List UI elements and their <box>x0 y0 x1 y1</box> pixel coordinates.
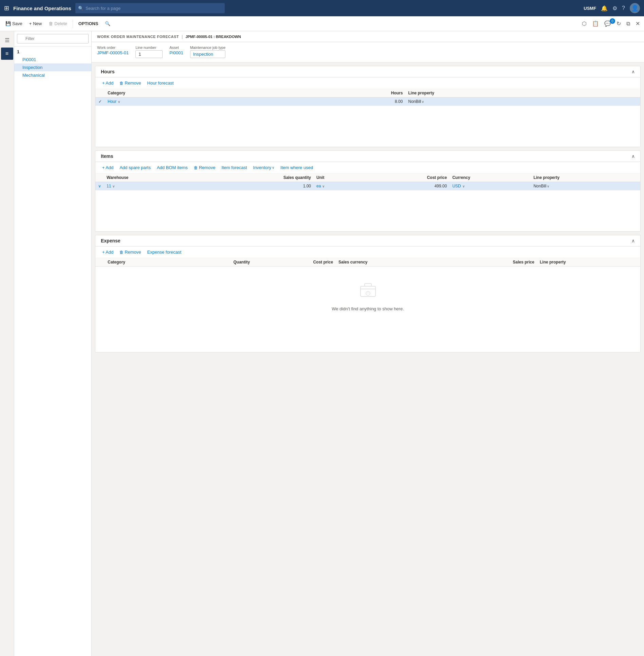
hours-remove-button[interactable]: 🗑 Remove <box>117 79 144 87</box>
lineprop-select[interactable]: NonBill ∨ <box>408 99 424 104</box>
tree-item-inspection[interactable]: Inspection <box>14 63 91 71</box>
hours-toolbar: + Add 🗑 Remove Hour forecast <box>95 77 640 89</box>
category-select[interactable]: Hour ∨ <box>108 99 120 104</box>
hours-empty-area <box>95 106 640 147</box>
search-input[interactable] <box>75 3 225 13</box>
expense-add-button[interactable]: + Add <box>99 249 116 256</box>
currency-select[interactable]: USD ∨ <box>452 184 464 188</box>
add-spare-parts-button[interactable]: Add spare parts <box>117 164 153 171</box>
search-icon: 🔍 <box>78 6 84 11</box>
expense-col-costprice: Cost price <box>253 258 336 267</box>
item-where-used-button[interactable]: Item where used <box>278 164 316 171</box>
items-add-button[interactable]: + Add <box>99 164 116 171</box>
items-row-costprice: 499.00 <box>361 182 449 190</box>
expense-section: Expense ∧ + Add 🗑 Remove Expense forecas… <box>95 235 641 352</box>
notification-badge[interactable]: 💬 0 <box>603 20 612 27</box>
expense-title: Expense <box>101 238 121 243</box>
help-icon[interactable]: ? <box>622 5 625 11</box>
line-number-field: Line number 1 <box>135 45 163 58</box>
expense-remove-icon: 🗑 <box>119 250 124 255</box>
hours-add-button[interactable]: + Add <box>99 79 116 87</box>
gear-icon[interactable]: ⚙ <box>612 5 617 12</box>
tree-item-pi0001[interactable]: Pi0001 <box>14 56 91 63</box>
items-row-currency[interactable]: USD ∨ <box>449 182 531 190</box>
filter-input[interactable] <box>17 34 89 43</box>
filter-search-button[interactable]: 🔍 <box>102 20 113 28</box>
items-section-header[interactable]: Items ∧ <box>95 151 640 162</box>
inventory-btn-inner: Inventory ∨ <box>253 165 274 170</box>
refresh-icon[interactable]: ↻ <box>615 19 622 28</box>
asset-value[interactable]: Pi0001 <box>169 50 183 55</box>
unit-select[interactable]: ea ∨ <box>316 184 325 188</box>
hours-row-category[interactable]: Hour ∨ <box>105 97 277 106</box>
save-button[interactable]: 💾 Save <box>3 20 25 28</box>
category-chevron-icon: ∨ <box>118 100 120 104</box>
cmd-icon-1[interactable]: ⬡ <box>581 19 588 28</box>
options-button[interactable]: OPTIONS <box>76 20 101 28</box>
items-row-warehouse[interactable]: 11 ∨ <box>104 182 199 190</box>
close-icon[interactable]: ✕ <box>634 19 641 28</box>
items-col-expand <box>95 174 104 182</box>
search-wrapper: 🔍 <box>75 3 225 13</box>
job-type-box: Inspection <box>190 50 226 58</box>
hours-section-header[interactable]: Hours ∧ <box>95 66 640 77</box>
expense-bottom-space <box>95 325 640 352</box>
apps-grid-icon[interactable]: ⊞ <box>4 4 9 12</box>
items-expand-icon[interactable]: ∨ <box>98 184 101 188</box>
table-row[interactable]: ✓ Hour ∨ 8.00 NonBill ∨ <box>95 97 640 106</box>
tree-item-1[interactable]: 1 <box>14 48 91 56</box>
job-type-label: Maintenance job type <box>190 45 226 50</box>
inventory-chevron-icon: ∨ <box>272 166 274 169</box>
expense-remove-button[interactable]: 🗑 Remove <box>117 249 144 256</box>
job-type-value[interactable]: Inspection <box>193 52 213 57</box>
items-row-unit[interactable]: ea ∨ <box>314 182 361 190</box>
hour-forecast-button[interactable]: Hour forecast <box>145 79 177 87</box>
add-bom-items-button[interactable]: Add BOM items <box>154 164 190 171</box>
cmd-icon-2[interactable]: 📋 <box>591 19 600 28</box>
items-col-lineprop: Line property <box>531 174 640 182</box>
tree-item-mechanical[interactable]: Mechanical <box>14 71 91 79</box>
expense-section-header[interactable]: Expense ∧ <box>95 235 640 247</box>
items-section: Items ∧ + Add Add spare parts Add BOM it… <box>95 150 641 232</box>
command-bar: 💾 Save + New 🗑 Delete OPTIONS 🔍 ⬡ 📋 💬 0 … <box>0 16 644 31</box>
table-row[interactable]: ∨ 11 ∨ 1.00 ea <box>95 182 640 190</box>
items-col-warehouse: Warehouse <box>104 174 199 182</box>
popout-icon[interactable]: ⧉ <box>625 19 631 28</box>
item-forecast-button[interactable]: Item forecast <box>219 164 250 171</box>
new-button[interactable]: + New <box>26 20 45 28</box>
bell-icon[interactable]: 🔔 <box>601 5 608 12</box>
hours-row-check: ✓ <box>95 97 105 106</box>
avatar[interactable]: 👤 <box>630 3 640 13</box>
line-number-label: Line number <box>135 45 163 50</box>
expense-forecast-button[interactable]: Expense forecast <box>145 249 184 256</box>
asset-field: Asset Pi0001 <box>169 45 183 58</box>
expense-empty-message: We didn't find anything to show here. <box>332 306 404 311</box>
items-empty-area <box>95 190 640 231</box>
job-type-field: Maintenance job type Inspection <box>190 45 226 58</box>
hours-section: Hours ∧ + Add 🗑 Remove Hour forecast <box>95 66 641 147</box>
items-lineprop-select[interactable]: NonBill ∨ <box>533 184 549 188</box>
items-lineprop-chevron-icon: ∨ <box>547 184 549 188</box>
items-scroll-area[interactable]: Warehouse Sales quantity Unit Cost price… <box>95 174 640 231</box>
delete-button[interactable]: 🗑 Delete <box>46 20 70 28</box>
hours-row-lineprop[interactable]: NonBill ∨ <box>405 97 640 106</box>
app-title: Finance and Operations <box>13 5 71 11</box>
items-row-lineprop[interactable]: NonBill ∨ <box>531 182 640 190</box>
items-col-salesqty: Sales quantity <box>199 174 314 182</box>
work-order-value[interactable]: JPMF-00005-01 <box>97 50 129 55</box>
sidebar-icons: ☰ ≡ <box>0 31 14 656</box>
items-remove-button[interactable]: 🗑 Remove <box>191 164 218 171</box>
form-fields-row: Work order JPMF-00005-01 Line number 1 A… <box>92 42 644 62</box>
inventory-button[interactable]: Inventory ∨ <box>251 164 277 171</box>
notification-count: 0 <box>610 18 615 24</box>
sidebar-list-icon[interactable]: ≡ <box>1 48 13 60</box>
warehouse-select[interactable]: 11 ∨ <box>107 184 115 188</box>
expense-add-icon: + <box>102 250 105 255</box>
work-order-label: Work order <box>97 45 129 50</box>
expense-toolbar: + Add 🗑 Remove Expense forecast <box>95 247 640 258</box>
items-remove-icon: 🗑 <box>194 165 198 170</box>
unit-chevron-icon: ∨ <box>322 184 325 188</box>
items-row-expand[interactable]: ∨ <box>95 182 104 190</box>
breadcrumb-section: WORK ORDER MAINTENANCE FORECAST <box>97 35 179 39</box>
sidebar-hamburger-icon[interactable]: ☰ <box>1 34 13 46</box>
